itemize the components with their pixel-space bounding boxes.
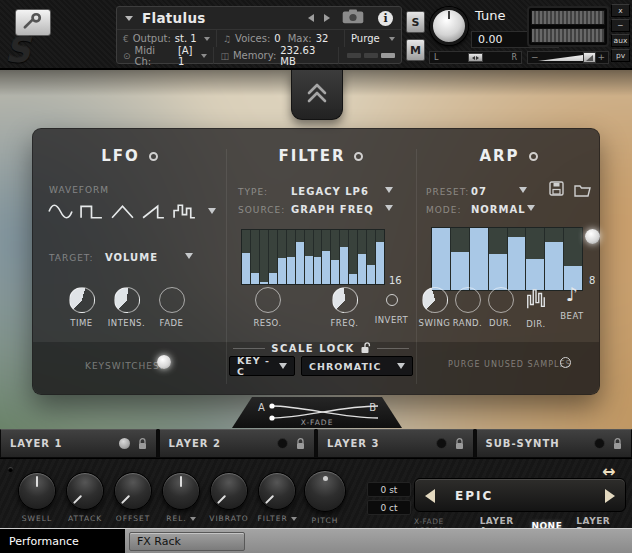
keyswitches-led[interactable] xyxy=(157,355,171,369)
footer-tab-performance[interactable]: Performance xyxy=(0,529,125,553)
direction-pattern-icon[interactable] xyxy=(525,285,547,317)
graph-step[interactable] xyxy=(269,230,278,284)
padlock-icon[interactable] xyxy=(138,438,147,450)
arp-enable-led[interactable] xyxy=(529,152,538,161)
graph-step[interactable] xyxy=(489,228,508,290)
saw-wave-icon[interactable] xyxy=(140,199,167,223)
layer-tab-sub-synth[interactable]: SUB-SYNTH xyxy=(476,429,632,458)
layer-power-led[interactable] xyxy=(277,438,288,449)
knob-dial[interactable] xyxy=(255,287,281,313)
filter-steps-count[interactable]: 16 xyxy=(389,275,402,286)
graph-step[interactable] xyxy=(470,228,489,290)
scale-select[interactable]: CHROMATIC xyxy=(301,356,413,376)
graph-step[interactable] xyxy=(508,228,527,290)
filter-type-caret-icon[interactable] xyxy=(385,187,393,193)
padlock-icon[interactable] xyxy=(296,438,305,450)
knob-dial[interactable] xyxy=(66,472,104,510)
footer-tab-fx-rack[interactable]: FX Rack xyxy=(129,532,245,551)
invert-led[interactable] xyxy=(386,294,398,306)
graph-step[interactable] xyxy=(278,230,287,284)
side-button-[interactable]: − xyxy=(611,19,630,32)
pan-slider[interactable]: L R xyxy=(429,51,522,64)
waveform-caret-icon[interactable] xyxy=(208,208,216,214)
knob-dial[interactable] xyxy=(69,287,95,313)
arp-step-graph[interactable] xyxy=(431,227,583,291)
graph-step[interactable] xyxy=(305,230,314,284)
filter-step-graph[interactable] xyxy=(241,229,385,285)
graph-step[interactable] xyxy=(331,230,340,284)
graph-step[interactable] xyxy=(287,230,296,284)
filter-source-caret-icon[interactable] xyxy=(385,205,393,211)
arp-mode-caret-icon[interactable] xyxy=(527,205,535,211)
filter-type-value[interactable]: LEGACY LP6 xyxy=(291,186,369,197)
triangle-wave-icon[interactable] xyxy=(109,199,136,223)
previous-instrument-icon[interactable] xyxy=(308,14,314,22)
graph-step[interactable] xyxy=(432,228,451,290)
layer-power-led[interactable] xyxy=(594,438,605,449)
volume-slider[interactable]: − + xyxy=(527,51,609,64)
lfo-enable-led[interactable] xyxy=(149,152,158,161)
program-prev-icon[interactable] xyxy=(425,489,435,503)
knob-dial[interactable] xyxy=(304,470,346,512)
instrument-collapse-caret-icon[interactable] xyxy=(125,16,133,21)
graph-step[interactable] xyxy=(314,230,323,284)
mute-button[interactable]: M xyxy=(406,39,425,61)
program-next-icon[interactable] xyxy=(605,489,615,503)
graph-step[interactable] xyxy=(349,230,358,284)
save-preset-button[interactable] xyxy=(547,182,565,199)
layer-tab-layer-3[interactable]: LAYER 3 xyxy=(317,429,474,458)
graph-step[interactable] xyxy=(296,230,305,284)
graph-step[interactable] xyxy=(564,228,582,290)
graph-step[interactable] xyxy=(367,230,376,284)
square-wave-icon[interactable] xyxy=(78,199,105,223)
layer-tab-layer-2[interactable]: LAYER 2 xyxy=(159,429,316,458)
sine-wave-icon[interactable] xyxy=(47,199,74,223)
graph-step[interactable] xyxy=(358,230,367,284)
knob-caret-icon[interactable] xyxy=(190,517,196,521)
side-button-pv[interactable]: pv xyxy=(611,49,630,62)
purge-menu[interactable]: Purge xyxy=(345,30,401,47)
pitch-cent-value[interactable]: 0 ct xyxy=(367,500,411,515)
info-icon[interactable] xyxy=(378,11,393,26)
key-select[interactable]: KEY - C xyxy=(229,356,295,376)
knob-dial[interactable] xyxy=(162,472,200,510)
target-value[interactable]: VOLUME xyxy=(105,252,158,263)
knob-dial[interactable] xyxy=(455,287,481,313)
graph-step[interactable] xyxy=(451,228,470,290)
knob-dial[interactable] xyxy=(422,287,448,313)
knob-caret-icon[interactable] xyxy=(291,517,297,521)
layer-tab-layer-1[interactable]: LAYER 1 xyxy=(0,429,157,458)
knob-dial[interactable] xyxy=(210,472,248,510)
target-caret-icon[interactable] xyxy=(185,253,193,259)
knob-dial[interactable] xyxy=(18,472,56,510)
pan-handle[interactable] xyxy=(468,53,483,62)
graph-step[interactable] xyxy=(340,230,349,284)
graph-step[interactable] xyxy=(322,230,331,284)
graph-step[interactable] xyxy=(251,230,260,284)
graph-step[interactable] xyxy=(260,230,269,284)
graph-step[interactable] xyxy=(545,228,564,290)
layer-power-led[interactable] xyxy=(119,438,130,449)
graph-step[interactable] xyxy=(242,230,251,284)
purge-unused-led[interactable] xyxy=(560,357,571,368)
knob-dial[interactable] xyxy=(159,287,185,313)
tune-knob[interactable] xyxy=(430,7,468,45)
padlock-icon[interactable] xyxy=(613,438,622,450)
arp-graph-led[interactable] xyxy=(585,229,600,244)
knob-dial[interactable] xyxy=(114,472,152,510)
xfade-control[interactable]: A B X-FADE xyxy=(232,397,402,428)
midi-channel-select[interactable]: ⊙ Midi Ch: [A] 1 xyxy=(117,47,214,64)
side-button-aux[interactable]: aux xyxy=(611,34,630,47)
arp-preset-value[interactable]: 07 xyxy=(471,186,487,197)
arp-preset-caret-icon[interactable] xyxy=(519,187,527,193)
snapshot-camera-button[interactable] xyxy=(342,9,364,28)
filter-source-value[interactable]: GRAPH FREQ xyxy=(291,204,374,215)
random-wave-icon[interactable] xyxy=(171,199,198,223)
music-note-icon[interactable]: ♪ xyxy=(566,285,578,304)
knob-dial[interactable] xyxy=(332,287,358,313)
graph-step[interactable] xyxy=(526,228,545,290)
next-instrument-icon[interactable] xyxy=(324,14,330,22)
solo-button[interactable]: S xyxy=(406,11,425,33)
padlock-icon[interactable] xyxy=(455,438,464,450)
arp-mode-value[interactable]: NORMAL xyxy=(471,204,526,215)
